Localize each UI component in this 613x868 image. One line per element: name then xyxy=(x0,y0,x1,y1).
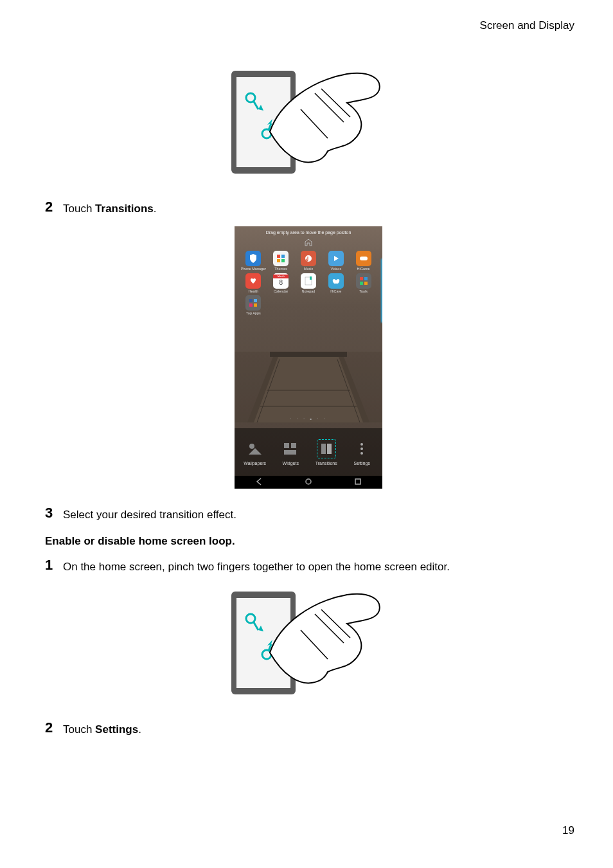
svg-rect-21 xyxy=(249,303,253,307)
svg-rect-39 xyxy=(355,479,360,484)
page-indicator-dots: · · · • · · xyxy=(235,416,382,422)
header-section-label: Screen and Display xyxy=(480,19,574,32)
app-music: Music xyxy=(295,251,323,271)
nav-home-icon[interactable] xyxy=(305,478,312,487)
drag-hint-text: Drag empty area to move the page positon xyxy=(235,226,382,235)
svg-rect-32 xyxy=(284,450,296,455)
svg-rect-19 xyxy=(249,299,253,302)
app-top-apps: Top Apps xyxy=(240,295,267,316)
step-number: 2 xyxy=(45,199,63,215)
step-text: Touch Settings. xyxy=(63,719,141,738)
loop-step2-suffix: . xyxy=(138,723,141,736)
screen-edge-glow xyxy=(381,258,382,323)
step-text: On the home screen, pinch two fingers to… xyxy=(63,557,450,575)
svg-rect-30 xyxy=(284,443,289,448)
svg-point-37 xyxy=(360,452,363,455)
svg-rect-12 xyxy=(360,257,368,260)
app-grid: Phone Manager Themes Music Videos HiGame… xyxy=(235,248,382,318)
svg-point-36 xyxy=(360,448,363,450)
svg-rect-17 xyxy=(360,282,363,285)
settings-button[interactable]: Settings xyxy=(344,439,380,466)
step-3-row: 3 Select your desired transition effect. xyxy=(45,505,572,523)
app-videos: Videos xyxy=(322,251,350,271)
app-themes: Themes xyxy=(267,251,295,271)
pinch-gesture-icon xyxy=(218,64,398,180)
app-calendar: Month8Calendar xyxy=(267,273,295,294)
app-notepad: Notepad xyxy=(295,273,323,294)
svg-point-29 xyxy=(249,444,254,449)
step-2-row: 2 Touch Transitions. xyxy=(45,199,572,217)
transitions-button[interactable]: Transitions xyxy=(308,439,344,466)
svg-rect-16 xyxy=(364,277,368,280)
transitions-bold: Transitions xyxy=(95,203,154,215)
step2-suffix: . xyxy=(154,203,157,215)
svg-rect-24 xyxy=(270,352,347,357)
pinch-illustration-1 xyxy=(45,64,572,183)
app-hicare: HiCare xyxy=(322,273,350,294)
step-text: Select your desired transition effect. xyxy=(63,505,236,523)
pinch-gesture-icon xyxy=(218,585,398,701)
step-number: 2 xyxy=(45,719,63,736)
pinch-illustration-2 xyxy=(45,585,572,703)
svg-point-35 xyxy=(360,443,363,446)
home-editor-toolbar: Wallpapers Widgets Transitions Settings xyxy=(235,428,382,476)
app-phone-manager: Phone Manager xyxy=(240,251,267,271)
section-heading-loop: Enable or disable home screen loop. xyxy=(45,535,572,548)
step2-prefix: Touch xyxy=(63,203,95,215)
app-tools: Tools xyxy=(350,273,377,294)
step-number: 3 xyxy=(45,505,63,521)
nav-recent-icon[interactable] xyxy=(354,478,362,487)
svg-rect-9 xyxy=(281,259,285,262)
step-text: Touch Transitions. xyxy=(63,199,157,217)
page-content: 2 Touch Transitions. Drag empty area to … xyxy=(45,58,572,747)
svg-rect-6 xyxy=(277,255,280,258)
phone-screenshot: Drag empty area to move the page positon… xyxy=(235,226,382,489)
svg-marker-11 xyxy=(334,256,339,261)
app-higame: HiGame xyxy=(350,251,377,271)
svg-rect-15 xyxy=(360,277,363,280)
svg-rect-7 xyxy=(281,255,285,258)
app-health: Health xyxy=(240,273,267,294)
svg-rect-34 xyxy=(327,444,332,454)
home-outline-icon xyxy=(235,239,382,248)
svg-rect-8 xyxy=(277,259,280,262)
svg-point-38 xyxy=(306,479,311,484)
svg-rect-18 xyxy=(364,282,368,285)
svg-rect-20 xyxy=(254,299,257,302)
nav-back-icon[interactable] xyxy=(255,478,263,487)
svg-rect-22 xyxy=(254,303,257,307)
pier-background xyxy=(235,352,382,422)
loop-step-2-row: 2 Touch Settings. xyxy=(45,719,572,738)
wallpapers-button[interactable]: Wallpapers xyxy=(237,439,273,466)
step-number: 1 xyxy=(45,557,63,574)
svg-rect-33 xyxy=(321,444,326,454)
svg-rect-31 xyxy=(291,443,296,448)
android-nav-bar xyxy=(235,476,382,489)
widgets-button[interactable]: Widgets xyxy=(273,439,309,466)
page-number: 19 xyxy=(562,824,574,837)
loop-step-1-row: 1 On the home screen, pinch two fingers … xyxy=(45,557,572,575)
svg-rect-14 xyxy=(310,276,312,280)
loop-step2-prefix: Touch xyxy=(63,723,95,736)
settings-bold: Settings xyxy=(95,723,138,736)
